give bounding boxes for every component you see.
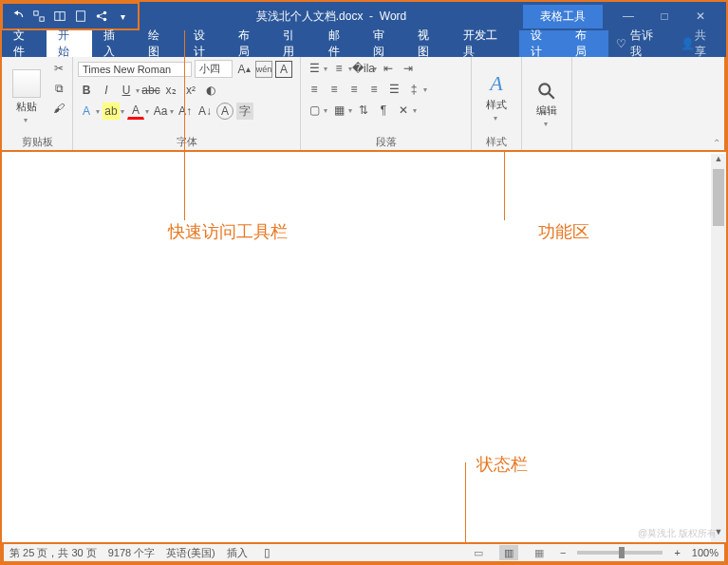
editing-button[interactable]: 编辑 ▾ — [527, 60, 567, 148]
word-count[interactable]: 9178 个字 — [108, 546, 156, 560]
align-center-icon[interactable]: ≡ — [326, 81, 343, 98]
bold-button[interactable]: B — [78, 82, 95, 99]
annotation-leader — [504, 152, 505, 220]
character-border-icon[interactable]: A — [275, 61, 292, 78]
tab-home[interactable]: 开始 — [47, 30, 91, 57]
font-size-select[interactable]: 小四 — [195, 60, 233, 78]
minimize-button[interactable]: — — [614, 9, 643, 23]
font-color-icon[interactable]: A — [127, 103, 144, 120]
clear-formatting-icon[interactable]: ◐ — [202, 82, 219, 99]
web-layout-view-icon[interactable]: ▦ — [530, 545, 549, 560]
sort-icon[interactable]: ⇅ — [355, 102, 372, 119]
touch-mode-icon[interactable] — [29, 7, 48, 26]
editing-group-label — [527, 148, 567, 150]
highlight-icon[interactable]: ab — [103, 103, 120, 120]
slider-handle[interactable] — [619, 547, 625, 558]
vertical-scrollbar[interactable]: ▲ ▼ — [711, 154, 726, 542]
tell-me[interactable]: ♡ 告诉我 — [608, 30, 671, 57]
tab-insert[interactable]: 插入 — [92, 30, 137, 57]
tab-layout[interactable]: 布局 — [227, 30, 271, 57]
decrease-indent-icon[interactable]: ⇤ — [380, 60, 397, 77]
cut-icon[interactable]: ✂ — [50, 60, 67, 77]
increase-indent-icon[interactable]: ⇥ — [400, 60, 417, 77]
tab-design[interactable]: 设计 — [182, 30, 227, 57]
shrink-font-icon[interactable]: A↓ — [196, 103, 214, 120]
tab-view[interactable]: 视图 — [406, 30, 451, 57]
borders-icon[interactable]: ▦ — [330, 102, 347, 119]
align-left-icon[interactable]: ≡ — [306, 81, 323, 98]
lightbulb-icon: ♡ — [616, 37, 626, 50]
page-count[interactable]: 第 25 页，共 30 页 — [9, 546, 97, 560]
strikethrough-button[interactable]: abc — [142, 82, 159, 99]
tab-draw[interactable]: 绘图 — [137, 30, 181, 57]
share-button[interactable]: 👤 共享 — [671, 30, 726, 57]
maximize-button[interactable]: □ — [650, 9, 679, 23]
distributed-icon[interactable]: ☰ — [385, 81, 402, 98]
phonetic-guide-icon[interactable]: wén — [255, 61, 272, 78]
tab-table-layout[interactable]: 布局 — [564, 30, 608, 57]
insert-mode[interactable]: 插入 — [227, 546, 248, 560]
zoom-slider[interactable] — [577, 551, 663, 555]
chevron-down-icon[interactable]: ▾ — [136, 86, 140, 95]
tell-me-label: 告诉我 — [630, 28, 663, 60]
font-name-select[interactable]: Times New Roman — [78, 62, 192, 77]
annotation-leader — [184, 30, 185, 220]
italic-button[interactable]: I — [98, 82, 115, 99]
scroll-track[interactable] — [711, 169, 726, 527]
page[interactable] — [32, 159, 696, 537]
underline-button[interactable]: U — [118, 82, 135, 99]
grow-font-icon[interactable]: A▴ — [235, 61, 252, 78]
tab-mailings[interactable]: 邮件 — [317, 30, 362, 57]
collapse-ribbon-icon[interactable]: ⌃ — [713, 138, 720, 148]
page-layout-icon[interactable] — [71, 7, 90, 26]
language[interactable]: 英语(美国) — [166, 546, 215, 560]
read-mode-view-icon[interactable]: ▭ — [469, 545, 488, 560]
print-layout-view-icon[interactable]: ▥ — [499, 545, 518, 560]
share-icon[interactable] — [92, 7, 111, 26]
window-controls: — □ ✕ — [603, 9, 726, 23]
chevron-down-icon: ▾ — [544, 120, 548, 128]
shading-icon[interactable]: ▢ — [306, 102, 323, 119]
line-spacing-icon[interactable]: ‡ — [405, 81, 422, 98]
customize-qat-icon[interactable]: ▾ — [113, 7, 132, 26]
asian-layout-icon[interactable]: ✕ — [395, 102, 412, 119]
clipboard-icon — [12, 69, 41, 98]
tab-table-design[interactable]: 设计 — [519, 30, 564, 57]
multilevel-list-icon[interactable]: �ila — [355, 60, 372, 77]
status-bar: 第 25 页，共 30 页 9178 个字 英语(美国) 插入 ▯ ▭ ▥ ▦ … — [2, 542, 726, 563]
macro-record-icon[interactable]: ▯ — [259, 544, 276, 561]
group-font: Times New Roman 小四 A▴ wén A B I U ▾ abc … — [73, 57, 301, 150]
paste-button[interactable]: 粘贴 ▾ — [7, 60, 47, 134]
styles-icon: A — [490, 71, 502, 96]
tab-file[interactable]: 文件 — [2, 30, 47, 57]
enclose-char-icon[interactable]: A — [216, 103, 233, 120]
copy-icon[interactable]: ⧉ — [50, 80, 67, 97]
undo-icon[interactable] — [9, 7, 28, 26]
scroll-up-icon[interactable]: ▲ — [715, 154, 723, 169]
show-marks-icon[interactable]: ¶ — [375, 102, 392, 119]
character-shading-icon[interactable]: 字 — [236, 103, 253, 120]
subscript-button[interactable]: x₂ — [162, 82, 179, 99]
format-painter-icon[interactable]: 🖌 — [50, 100, 67, 117]
document-area[interactable] — [4, 154, 724, 542]
styles-button[interactable]: A 样式 ▾ — [476, 60, 516, 134]
text-effects-icon[interactable]: A — [78, 103, 95, 120]
align-right-icon[interactable]: ≡ — [345, 81, 363, 98]
change-case-icon[interactable]: Aa — [152, 103, 169, 120]
grow-font-icon[interactable]: A↑ — [177, 103, 194, 120]
annotation-status: 状态栏 — [476, 453, 528, 476]
numbering-icon[interactable]: ≡ — [330, 60, 347, 77]
find-icon — [536, 81, 557, 102]
person-icon: 👤 — [681, 37, 695, 50]
zoom-out-button[interactable]: − — [560, 547, 566, 558]
zoom-in-button[interactable]: + — [674, 547, 680, 558]
tab-review[interactable]: 审阅 — [362, 30, 406, 57]
read-mode-icon[interactable] — [50, 7, 69, 26]
tab-developer[interactable]: 开发工具 — [452, 30, 519, 57]
zoom-level[interactable]: 100% — [692, 547, 719, 558]
scroll-thumb[interactable] — [713, 169, 724, 226]
close-button[interactable]: ✕ — [686, 9, 715, 23]
bullets-icon[interactable]: ☰ — [306, 60, 323, 77]
tab-references[interactable]: 引用 — [271, 30, 316, 57]
justify-icon[interactable]: ≡ — [365, 81, 383, 98]
